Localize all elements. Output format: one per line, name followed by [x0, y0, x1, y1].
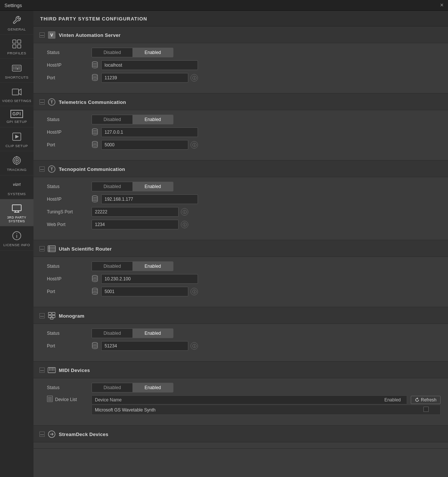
- svg-point-18: [13, 157, 20, 164]
- tecno-web-info[interactable]: ⓘ: [181, 221, 188, 228]
- sidebar-item-3rd-party[interactable]: 3RD PARTY SYSTEMS: [0, 199, 33, 226]
- refresh-icon: [415, 398, 419, 402]
- telemetrics-section: — T Telemetrics Communication Status Dis…: [33, 93, 448, 160]
- sidebar-item-gpi-setup[interactable]: GPI GPI SETUP: [0, 106, 33, 127]
- vinten-host-input[interactable]: [101, 60, 198, 70]
- midi-disabled[interactable]: Disabled: [92, 383, 132, 392]
- midi-enabled[interactable]: Enabled: [132, 383, 173, 392]
- svg-rect-14: [12, 89, 19, 95]
- utah-port-info[interactable]: ⓘ: [191, 288, 198, 295]
- vinten-body: Status Disabled Enabled Host/IP: [33, 43, 448, 87]
- clip-icon: [10, 131, 23, 142]
- sidebar-label-license: LICENSE INFO: [3, 243, 30, 247]
- mono-disabled[interactable]: Disabled: [92, 329, 132, 338]
- monogram-port-input[interactable]: [101, 341, 188, 351]
- monogram-body: Status Disabled Enabled Port: [33, 324, 448, 355]
- tele-disabled[interactable]: Disabled: [92, 115, 132, 124]
- streamdeck-title: StreamDeck Devices: [59, 432, 108, 437]
- sidebar-item-video-settings[interactable]: VIDEO SETTINGS: [0, 83, 33, 106]
- utah-port-input[interactable]: [101, 287, 188, 296]
- sidebar-item-clip-setup[interactable]: CLIP SETUP: [0, 127, 33, 151]
- tecno-enabled[interactable]: Enabled: [132, 182, 173, 191]
- tecnopoint-host-input[interactable]: [101, 194, 198, 204]
- vinten-header: — V Vinten Automation Server: [33, 26, 448, 43]
- tecno-disabled[interactable]: Disabled: [92, 182, 132, 191]
- monogram-port-control: ⓘ: [92, 341, 198, 351]
- refresh-button[interactable]: Refresh: [411, 396, 441, 404]
- vinten-enabled-option[interactable]: Enabled: [132, 48, 173, 57]
- tele-enabled[interactable]: Enabled: [132, 115, 173, 124]
- tecnopoint-status-row: Status Disabled Enabled: [47, 182, 441, 191]
- midi-status-toggle[interactable]: Disabled Enabled: [92, 383, 173, 392]
- tecnopoint-section: — T Tecnopoint Communication Status Disa…: [33, 160, 448, 240]
- sidebar-label-video: VIDEO SETTINGS: [2, 99, 31, 103]
- tecnopoint-tuning-input[interactable]: [92, 207, 179, 217]
- sidebar-item-systems[interactable]: vizrt SYSTEMS: [0, 175, 33, 199]
- monogram-status-toggle[interactable]: Disabled Enabled: [92, 328, 173, 338]
- tracking-icon: [10, 155, 23, 166]
- vinten-db-icon: [92, 61, 98, 70]
- telemetrics-toggle[interactable]: —: [39, 99, 45, 105]
- telemetrics-status-toggle[interactable]: Disabled Enabled: [92, 115, 173, 124]
- telemetrics-host-control: [92, 127, 198, 137]
- vinten-toggle[interactable]: —: [39, 32, 45, 38]
- svg-point-19: [15, 158, 19, 163]
- gpi-icon: GPI: [10, 110, 23, 118]
- utah-port-group: ⓘ: [101, 287, 198, 296]
- midi-header: — MIDI Devices: [33, 362, 448, 378]
- tele-port-info[interactable]: ⓘ: [191, 141, 198, 149]
- device-checkbox-1[interactable]: [423, 407, 429, 412]
- utah-toggle[interactable]: —: [39, 246, 45, 251]
- window-title: Settings: [4, 3, 22, 8]
- vinten-disabled-option[interactable]: Disabled: [92, 48, 132, 57]
- mono-port-group: ⓘ: [101, 341, 198, 351]
- sidebar-item-tracking[interactable]: TRACKING: [0, 151, 33, 175]
- utah-port-label: Port: [47, 289, 88, 294]
- sidebar-item-general[interactable]: GENERAL: [0, 11, 33, 35]
- mono-enabled[interactable]: Enabled: [132, 329, 173, 338]
- sidebar-item-shortcuts[interactable]: SHORTCUTS: [0, 59, 33, 83]
- vinten-port-db-icon: [92, 74, 98, 82]
- telemetrics-port-input[interactable]: [101, 140, 188, 150]
- vinten-port-input-group: ⓘ: [101, 73, 198, 83]
- keyboard-icon: [10, 63, 23, 74]
- tecnopoint-status-toggle[interactable]: Disabled Enabled: [92, 182, 173, 191]
- vinten-port-input[interactable]: [101, 73, 188, 83]
- midi-toggle[interactable]: —: [39, 368, 45, 373]
- sidebar-item-license-info[interactable]: LICENSE INFO: [0, 226, 33, 250]
- telemetrics-port-label: Port: [47, 142, 88, 147]
- vinten-host-row: Host/IP: [47, 60, 441, 70]
- tecnopoint-web-input[interactable]: [92, 220, 179, 229]
- utah-status-toggle[interactable]: Disabled Enabled: [92, 261, 173, 271]
- mono-port-db-icon: [92, 342, 98, 350]
- utah-status-row: Status Disabled Enabled: [47, 261, 441, 271]
- telemetrics-host-input[interactable]: [101, 127, 198, 137]
- streamdeck-toggle[interactable]: —: [39, 432, 45, 437]
- tecnopoint-body: Status Disabled Enabled Host/IP: [33, 177, 448, 234]
- svg-rect-42: [48, 312, 51, 315]
- telemetrics-status-row: Status Disabled Enabled: [47, 115, 441, 124]
- monogram-toggle[interactable]: —: [39, 313, 45, 318]
- tecno-tuning-info[interactable]: ⓘ: [181, 208, 188, 216]
- vinten-port-row: Port: [47, 73, 441, 83]
- sidebar-item-profiles[interactable]: PROFILES: [0, 35, 33, 58]
- vinten-status-toggle[interactable]: Disabled Enabled: [92, 48, 173, 57]
- utah-enabled[interactable]: Enabled: [132, 262, 173, 271]
- close-button[interactable]: ×: [440, 2, 444, 8]
- mono-port-info[interactable]: ⓘ: [191, 342, 198, 350]
- monitor-icon: [10, 203, 23, 214]
- svg-point-33: [92, 141, 97, 143]
- svg-point-20: [16, 160, 17, 161]
- tecnopoint-web-label: Web Port: [47, 222, 88, 227]
- tecnopoint-toggle[interactable]: —: [39, 166, 45, 172]
- monogram-port-label: Port: [47, 343, 88, 349]
- utah-host-control: [92, 274, 198, 284]
- vinten-port-info-icon[interactable]: ⓘ: [191, 74, 198, 82]
- utah-host-input[interactable]: [101, 274, 198, 284]
- svg-point-34: [92, 195, 97, 197]
- utah-disabled[interactable]: Disabled: [92, 262, 132, 271]
- tecnopoint-title: Tecnopoint Communication: [59, 166, 125, 172]
- vinten-status-control: Disabled Enabled: [92, 48, 441, 57]
- svg-marker-17: [15, 135, 19, 139]
- tele-port-db-icon: [92, 141, 98, 149]
